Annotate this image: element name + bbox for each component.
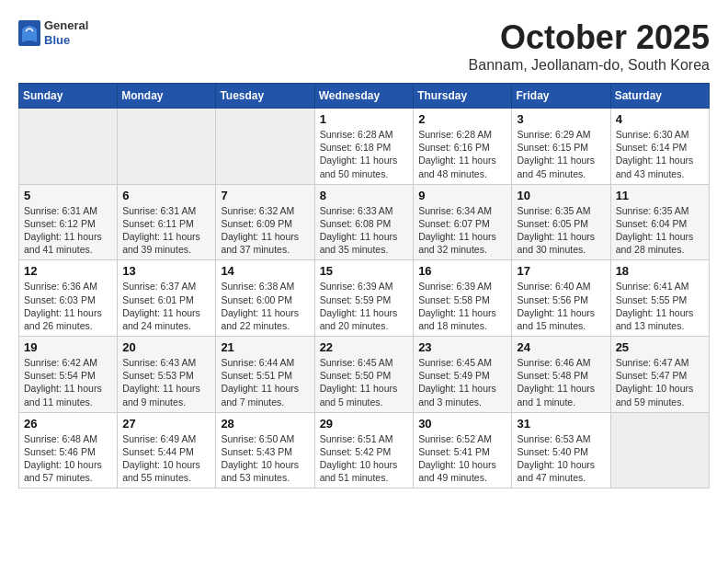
day-info: Sunrise: 6:38 AMSunset: 6:00 PMDaylight:… [221,280,309,332]
day-number: 15 [320,264,409,278]
day-info: Sunrise: 6:44 AMSunset: 5:51 PMDaylight:… [221,356,309,408]
day-of-week-header: Thursday [414,84,512,109]
calendar-cell: 29Sunrise: 6:51 AMSunset: 5:42 PMDayligh… [314,412,414,488]
day-number: 24 [517,340,605,354]
day-number: 25 [616,340,704,354]
day-info: Sunrise: 6:48 AMSunset: 5:46 PMDaylight:… [24,432,112,485]
logo: General Blue [18,18,88,47]
day-of-week-header: Friday [512,84,610,109]
day-number: 16 [418,264,506,278]
day-number: 3 [517,112,605,126]
day-number: 12 [24,264,112,278]
calendar-cell [610,412,709,488]
day-info: Sunrise: 6:45 AMSunset: 5:49 PMDaylight:… [418,356,506,408]
calendar-cell: 31Sunrise: 6:53 AMSunset: 5:40 PMDayligh… [512,412,610,488]
day-info: Sunrise: 6:30 AMSunset: 6:14 PMDaylight:… [616,128,704,180]
calendar-week-row: 5Sunrise: 6:31 AMSunset: 6:12 PMDaylight… [19,184,710,260]
day-info: Sunrise: 6:46 AMSunset: 5:48 PMDaylight:… [517,356,605,408]
day-number: 4 [616,112,704,126]
calendar-cell: 19Sunrise: 6:42 AMSunset: 5:54 PMDayligh… [19,337,118,413]
day-info: Sunrise: 6:28 AMSunset: 6:16 PMDaylight:… [418,128,506,180]
day-info: Sunrise: 6:39 AMSunset: 5:58 PMDaylight:… [418,280,506,332]
day-number: 5 [24,189,112,202]
day-info: Sunrise: 6:28 AMSunset: 6:18 PMDaylight:… [320,128,409,180]
day-info: Sunrise: 6:39 AMSunset: 5:59 PMDaylight:… [320,280,409,332]
logo-icon [18,20,40,46]
day-number: 22 [320,340,409,354]
calendar-cell: 4Sunrise: 6:30 AMSunset: 6:14 PMDaylight… [610,109,709,185]
day-info: Sunrise: 6:35 AMSunset: 6:04 PMDaylight:… [616,204,704,257]
day-info: Sunrise: 6:31 AMSunset: 6:11 PMDaylight:… [122,204,210,257]
calendar-cell: 24Sunrise: 6:46 AMSunset: 5:48 PMDayligh… [512,337,610,413]
day-of-week-header: Saturday [610,84,709,109]
calendar-cell: 12Sunrise: 6:36 AMSunset: 6:03 PMDayligh… [19,260,118,337]
day-info: Sunrise: 6:34 AMSunset: 6:07 PMDaylight:… [418,204,506,257]
day-number: 2 [418,112,506,126]
day-info: Sunrise: 6:43 AMSunset: 5:53 PMDaylight:… [122,356,210,408]
day-info: Sunrise: 6:52 AMSunset: 5:41 PMDaylight:… [418,432,506,485]
day-of-week-header: Tuesday [216,84,314,109]
day-number: 8 [320,189,409,202]
logo-blue: Blue [44,33,88,48]
calendar-cell: 17Sunrise: 6:40 AMSunset: 5:56 PMDayligh… [512,260,610,337]
calendar-cell: 20Sunrise: 6:43 AMSunset: 5:53 PMDayligh… [118,337,216,413]
calendar-cell [118,109,216,185]
day-info: Sunrise: 6:47 AMSunset: 5:47 PMDaylight:… [616,356,704,408]
calendar-cell: 16Sunrise: 6:39 AMSunset: 5:58 PMDayligh… [414,260,512,337]
calendar-cell: 18Sunrise: 6:41 AMSunset: 5:55 PMDayligh… [610,260,709,337]
day-of-week-header: Sunday [19,84,118,109]
location: Bannam, Jeollanam-do, South Korea [469,57,710,74]
day-number: 9 [418,189,506,202]
day-info: Sunrise: 6:49 AMSunset: 5:44 PMDaylight:… [122,432,210,485]
day-number: 19 [24,340,112,354]
day-info: Sunrise: 6:53 AMSunset: 5:40 PMDaylight:… [517,432,605,485]
calendar-cell: 15Sunrise: 6:39 AMSunset: 5:59 PMDayligh… [314,260,414,337]
day-info: Sunrise: 6:37 AMSunset: 6:01 PMDaylight:… [122,280,210,332]
day-number: 18 [616,264,704,278]
day-info: Sunrise: 6:45 AMSunset: 5:50 PMDaylight:… [320,356,409,408]
day-number: 17 [517,264,605,278]
day-number: 23 [418,340,506,354]
logo-text: General Blue [44,18,88,47]
calendar-cell: 7Sunrise: 6:32 AMSunset: 6:09 PMDaylight… [216,184,314,260]
calendar-cell: 6Sunrise: 6:31 AMSunset: 6:11 PMDaylight… [118,184,216,260]
day-info: Sunrise: 6:32 AMSunset: 6:09 PMDaylight:… [221,204,309,257]
calendar-cell [216,109,314,185]
day-number: 20 [122,340,210,354]
calendar-cell: 22Sunrise: 6:45 AMSunset: 5:50 PMDayligh… [314,337,414,413]
calendar-cell: 1Sunrise: 6:28 AMSunset: 6:18 PMDaylight… [314,109,414,185]
day-info: Sunrise: 6:31 AMSunset: 6:12 PMDaylight:… [24,204,112,257]
day-info: Sunrise: 6:35 AMSunset: 6:05 PMDaylight:… [517,204,605,257]
calendar-cell: 11Sunrise: 6:35 AMSunset: 6:04 PMDayligh… [610,184,709,260]
day-info: Sunrise: 6:51 AMSunset: 5:42 PMDaylight:… [320,432,409,485]
calendar-cell: 2Sunrise: 6:28 AMSunset: 6:16 PMDaylight… [414,109,512,185]
day-number: 11 [616,189,704,202]
month-title: October 2025 [469,18,710,57]
day-info: Sunrise: 6:40 AMSunset: 5:56 PMDaylight:… [517,280,605,332]
day-number: 31 [517,417,605,431]
calendar-header-row: SundayMondayTuesdayWednesdayThursdayFrid… [19,84,710,109]
day-number: 29 [320,417,409,431]
calendar-cell: 14Sunrise: 6:38 AMSunset: 6:00 PMDayligh… [216,260,314,337]
day-number: 27 [122,417,210,431]
calendar-table: SundayMondayTuesdayWednesdayThursdayFrid… [18,83,710,488]
calendar-cell: 28Sunrise: 6:50 AMSunset: 5:43 PMDayligh… [216,412,314,488]
day-info: Sunrise: 6:41 AMSunset: 5:55 PMDaylight:… [616,280,704,332]
calendar-cell: 13Sunrise: 6:37 AMSunset: 6:01 PMDayligh… [118,260,216,337]
calendar-cell: 27Sunrise: 6:49 AMSunset: 5:44 PMDayligh… [118,412,216,488]
day-number: 10 [517,189,605,202]
calendar-cell: 8Sunrise: 6:33 AMSunset: 6:08 PMDaylight… [314,184,414,260]
calendar-cell: 21Sunrise: 6:44 AMSunset: 5:51 PMDayligh… [216,337,314,413]
day-info: Sunrise: 6:36 AMSunset: 6:03 PMDaylight:… [24,280,112,332]
day-number: 28 [221,417,309,431]
day-of-week-header: Monday [118,84,216,109]
day-number: 6 [122,189,210,202]
calendar-cell [19,109,118,185]
title-section: October 2025 Bannam, Jeollanam-do, South… [469,18,710,74]
day-number: 30 [418,417,506,431]
calendar-cell: 9Sunrise: 6:34 AMSunset: 6:07 PMDaylight… [414,184,512,260]
calendar-cell: 25Sunrise: 6:47 AMSunset: 5:47 PMDayligh… [610,337,709,413]
day-info: Sunrise: 6:50 AMSunset: 5:43 PMDaylight:… [221,432,309,485]
page-header: General Blue October 2025 Bannam, Jeolla… [18,18,710,74]
calendar-cell: 3Sunrise: 6:29 AMSunset: 6:15 PMDaylight… [512,109,610,185]
